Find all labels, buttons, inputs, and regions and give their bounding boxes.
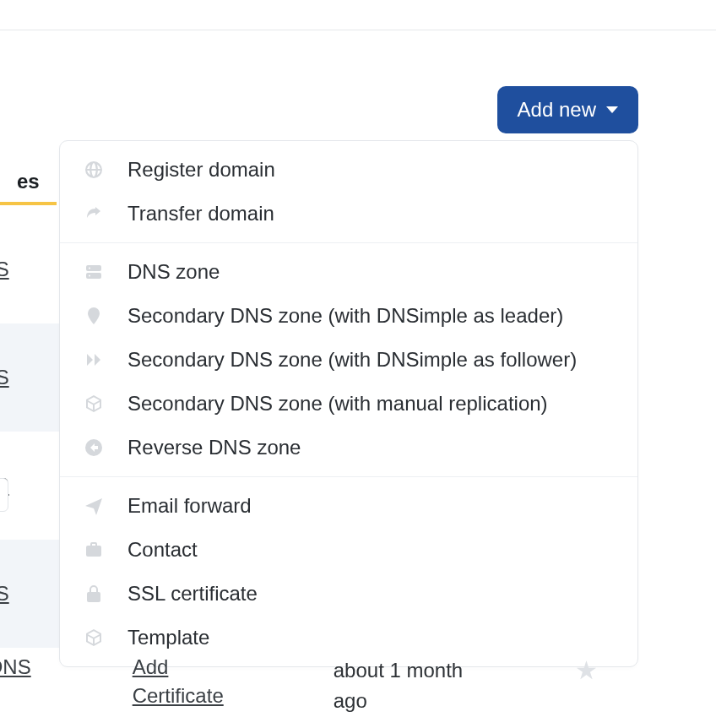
row-actions: Add Certificate [133, 655, 224, 708]
add-new-button[interactable]: Add new [497, 86, 638, 133]
dropdown-item[interactable]: Register domain [60, 148, 637, 192]
dropdown-item-label: Transfer domain [127, 202, 274, 225]
forward-icon [82, 348, 106, 372]
globe-icon [82, 158, 106, 182]
add-link[interactable]: Add [133, 655, 224, 679]
box-icon [82, 392, 106, 416]
bg-row-bottom: ve DNS Add Certificate about 1 month ago… [0, 652, 716, 728]
send-icon [82, 494, 106, 518]
svg-point-3 [89, 275, 90, 277]
dropdown-item-label: Contact [127, 538, 198, 562]
svg-point-2 [89, 268, 90, 269]
lock-icon [82, 582, 106, 606]
briefcase-icon [82, 538, 106, 562]
dropdown-item-label: Email forward [127, 494, 252, 518]
dropdown-item[interactable]: Transfer domain [60, 192, 637, 236]
dropdown-item-label: Secondary DNS zone (with manual replicat… [127, 392, 548, 416]
svg-rect-1 [86, 273, 101, 279]
add-new-label: Add new [518, 98, 596, 122]
dropdown-section: Register domainTransfer domain [60, 141, 637, 242]
dropdown-item[interactable]: Secondary DNS zone (with DNSimple as lea… [60, 294, 637, 338]
dropdown-item-label: Secondary DNS zone (with DNSimple as lea… [127, 304, 563, 328]
dropdown-item[interactable]: Email forward [60, 484, 637, 528]
dropdown-item[interactable]: Contact [60, 528, 637, 572]
dns-link[interactable]: ve DNS [0, 655, 31, 679]
add-new-dropdown: Register domainTransfer domainDNS zoneSe… [59, 140, 638, 667]
server-icon [82, 260, 106, 284]
dropdown-item-label: Template [127, 626, 209, 649]
certificate-link[interactable]: Certificate [133, 684, 224, 708]
dns-link[interactable]: e DNS [0, 582, 9, 606]
dns-link[interactable]: e DNS [0, 366, 9, 389]
dropdown-item[interactable]: Reverse DNS zone [60, 426, 637, 470]
dropdown-item[interactable]: SSL certificate [60, 572, 637, 616]
dropdown-item[interactable]: Secondary DNS zone (with DNSimple as fol… [60, 338, 637, 382]
svg-rect-0 [86, 265, 101, 271]
star-icon[interactable]: ★ [575, 655, 598, 685]
pin-icon [82, 304, 106, 328]
dropdown-item-label: Register domain [127, 158, 275, 182]
share-icon [82, 202, 106, 225]
dropdown-item[interactable]: DNS zone [60, 250, 637, 294]
back-icon [82, 436, 106, 459]
row-updated: about 1 month ago [334, 655, 463, 716]
dropdown-item-label: Reverse DNS zone [127, 436, 301, 459]
top-border [0, 0, 716, 30]
box-icon [82, 626, 106, 649]
chevron-down-icon [606, 106, 618, 113]
dropdown-item[interactable]: Secondary DNS zone (with manual replicat… [60, 382, 637, 426]
dropdown-item-label: Secondary DNS zone (with DNSimple as fol… [127, 348, 577, 372]
bg-badge-partial [0, 478, 8, 512]
dropdown-item-label: DNS zone [127, 260, 220, 284]
dropdown-item-label: SSL certificate [127, 582, 258, 606]
dropdown-section: Email forwardContactSSL certificateTempl… [60, 477, 637, 666]
dns-link[interactable]: e DNS [0, 258, 9, 281]
content-area: es e DNSe DNSe DNSe DNS Add new Register… [0, 30, 716, 728]
dropdown-section: DNS zoneSecondary DNS zone (with DNSimpl… [60, 243, 637, 476]
active-tab-partial[interactable]: es [0, 160, 57, 205]
